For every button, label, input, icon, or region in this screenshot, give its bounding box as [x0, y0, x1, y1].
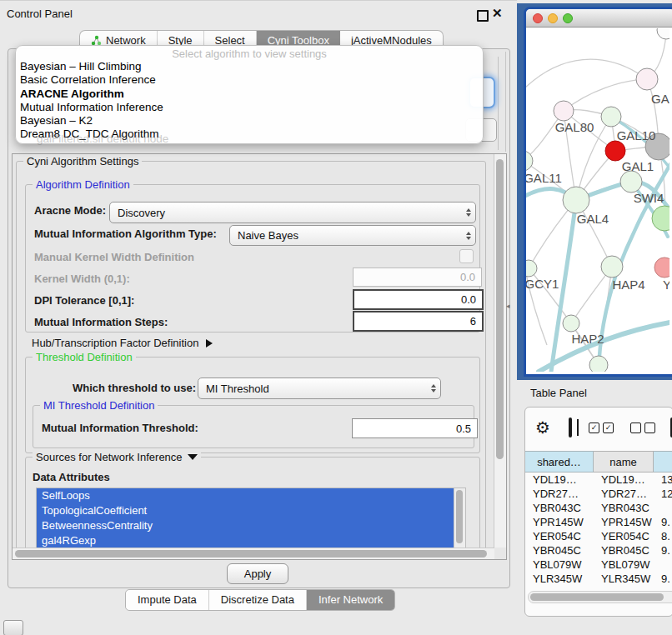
- table-row[interactable]: YBR045CYBR045C9.: [525, 543, 672, 558]
- tab-discretize-data[interactable]: Discretize Data: [209, 590, 307, 610]
- table-cell[interactable]: YDR27…: [525, 487, 594, 501]
- network-node[interactable]: [636, 68, 658, 90]
- hub-definition-expander[interactable]: Hub/Transcription Factor Definition: [32, 337, 213, 349]
- table-cell[interactable]: 8.: [654, 529, 672, 543]
- table-cell[interactable]: YBL079W: [525, 558, 594, 572]
- list-item[interactable]: SelfLoops: [37, 488, 465, 503]
- tab-infer-network[interactable]: Infer Network: [307, 590, 394, 610]
- manual-kernel-checkbox[interactable]: [459, 249, 474, 263]
- column-header[interactable]: shared…: [525, 451, 594, 472]
- list-item[interactable]: gal4RGexp: [37, 533, 465, 548]
- table-cell[interactable]: YDL19…: [525, 472, 594, 487]
- table-cell[interactable]: YBL079W: [594, 558, 654, 572]
- list-item[interactable]: BetweennessCentrality: [37, 518, 465, 533]
- table-cell[interactable]: YER054C: [594, 529, 654, 543]
- list-scrollbar[interactable]: [454, 488, 465, 550]
- network-node-swi4[interactable]: [620, 171, 642, 192]
- network-node[interactable]: [589, 356, 608, 372]
- network-node-gcy1[interactable]: [526, 260, 537, 277]
- dropdown-option[interactable]: Bayesian – Hill Climbing: [20, 60, 479, 73]
- hidden-groupbox-border: [498, 57, 499, 150]
- network-node[interactable]: [657, 28, 669, 39]
- dropdown-option[interactable]: Mutual Information Inference: [20, 101, 479, 114]
- tab-impute-data[interactable]: Impute Data: [126, 590, 209, 610]
- deselect-all-icon[interactable]: [630, 422, 655, 433]
- table-horizontal-scrollbar[interactable]: [528, 591, 672, 603]
- table-cell[interactable]: YER054C: [525, 529, 594, 543]
- mi-steps-field[interactable]: 6: [353, 311, 484, 332]
- table-cell[interactable]: 9.: [654, 572, 672, 586]
- network-canvas[interactable]: GAL GAL80 GAL10 GAL1 GAL11 SWI4 GAL4 GCY…: [526, 28, 669, 372]
- float-window-button[interactable]: [477, 10, 489, 22]
- table-row[interactable]: YPR145WYPR145W9.: [525, 515, 672, 529]
- dpi-tolerance-field[interactable]: 0.0: [353, 289, 484, 310]
- settings-horizontal-scrollbar[interactable]: [13, 548, 494, 559]
- table-cell[interactable]: [654, 501, 672, 515]
- table-cell[interactable]: YDR27…: [594, 487, 654, 501]
- table-cell[interactable]: YBR043C: [594, 501, 654, 515]
- checked-box-icon: ✓: [603, 422, 614, 433]
- column-header[interactable]: name: [594, 451, 654, 472]
- apply-button[interactable]: Apply: [227, 563, 288, 584]
- close-panel-button[interactable]: ✕: [492, 6, 503, 21]
- mi-type-combo[interactable]: Naive Bayes: [229, 225, 476, 246]
- table-cell[interactable]: 12: [654, 487, 672, 501]
- panel-divider-handle[interactable]: ◂: [506, 302, 510, 310]
- network-node-hap2[interactable]: [563, 315, 579, 332]
- which-threshold-combo[interactable]: MI Threshold: [198, 378, 441, 399]
- zoom-traffic-light[interactable]: [563, 13, 573, 23]
- dropdown-option-selected[interactable]: ARACNE Algorithm: [20, 88, 479, 101]
- table-cell[interactable]: 13: [654, 472, 672, 487]
- table-cell[interactable]: YDL19…: [594, 472, 654, 487]
- table-row[interactable]: YER054CYER054C8.: [525, 529, 672, 543]
- column-header[interactable]: [654, 451, 672, 472]
- table-cell[interactable]: YIL052C: [594, 586, 654, 589]
- columns-icon[interactable]: [569, 418, 572, 438]
- settings-vertical-scrollbar[interactable]: [494, 154, 506, 548]
- dropdown-option[interactable]: Basic Correlation Inference: [20, 73, 479, 87]
- network-node-hap4[interactable]: [601, 256, 623, 278]
- table-cell[interactable]: YLR345W: [594, 572, 654, 586]
- table-cell[interactable]: 9.: [654, 543, 672, 558]
- table-row[interactable]: YDL19…YDL19…13: [525, 472, 672, 487]
- table-row[interactable]: YIL052CYIL052C9: [525, 586, 672, 589]
- table-row[interactable]: YDR27…YDR27…12: [525, 487, 672, 501]
- table-cell[interactable]: YLR345W: [525, 572, 594, 586]
- table-cell[interactable]: 9.: [654, 515, 672, 529]
- network-node-gal4[interactable]: [563, 187, 589, 213]
- table-cell[interactable]: YIL052C: [525, 586, 594, 589]
- minimize-traffic-light[interactable]: [548, 13, 558, 23]
- network-node-gal10[interactable]: [601, 107, 621, 127]
- table-cell[interactable]: YBR045C: [525, 543, 594, 558]
- table-cell[interactable]: 9: [654, 586, 672, 589]
- table-row[interactable]: YBR043CYBR043C: [525, 501, 672, 515]
- aracne-mode-combo[interactable]: Discovery: [109, 202, 476, 223]
- table-cell[interactable]: [654, 558, 672, 572]
- network-node[interactable]: [652, 206, 669, 231]
- network-node-gal80[interactable]: [554, 101, 574, 121]
- kernel-width-label: Kernel Width (0,1):: [34, 272, 130, 285]
- svg-text:GCY1: GCY1: [526, 277, 559, 291]
- table-cell[interactable]: YBR045C: [594, 543, 654, 558]
- dropdown-option[interactable]: Bayesian – K2: [20, 114, 479, 128]
- network-window-titlebar[interactable]: [526, 9, 672, 28]
- aracne-mode-label: Aracne Mode:: [34, 204, 106, 217]
- select-all-icon[interactable]: ✓ ✓: [589, 422, 614, 433]
- network-node[interactable]: [654, 258, 669, 278]
- table-cell[interactable]: YPR145W: [525, 515, 594, 529]
- close-traffic-light[interactable]: [533, 13, 543, 23]
- kernel-width-field[interactable]: 0.0: [353, 268, 482, 287]
- bottom-tabs: Impute Data Discretize Data Infer Networ…: [125, 589, 395, 611]
- table-cell[interactable]: YPR145W: [594, 515, 654, 529]
- list-item[interactable]: TopologicalCoefficient: [37, 503, 465, 518]
- gear-icon[interactable]: ⚙: [535, 419, 550, 436]
- sources-expander[interactable]: Sources for Network Inference: [33, 451, 201, 463]
- mi-threshold-field[interactable]: 0.5: [352, 418, 478, 438]
- table-row[interactable]: YLR345WYLR345W9.: [525, 572, 672, 586]
- network-node-gal1[interactable]: [605, 141, 625, 161]
- network-view-window[interactable]: GAL GAL80 GAL10 GAL1 GAL11 SWI4 GAL4 GCY…: [524, 7, 672, 377]
- network-node-gal11[interactable]: [526, 151, 533, 171]
- corner-collapse-button[interactable]: [3, 620, 23, 635]
- table-row[interactable]: YBL079WYBL079W: [525, 558, 672, 572]
- table-cell[interactable]: YBR043C: [525, 501, 594, 515]
